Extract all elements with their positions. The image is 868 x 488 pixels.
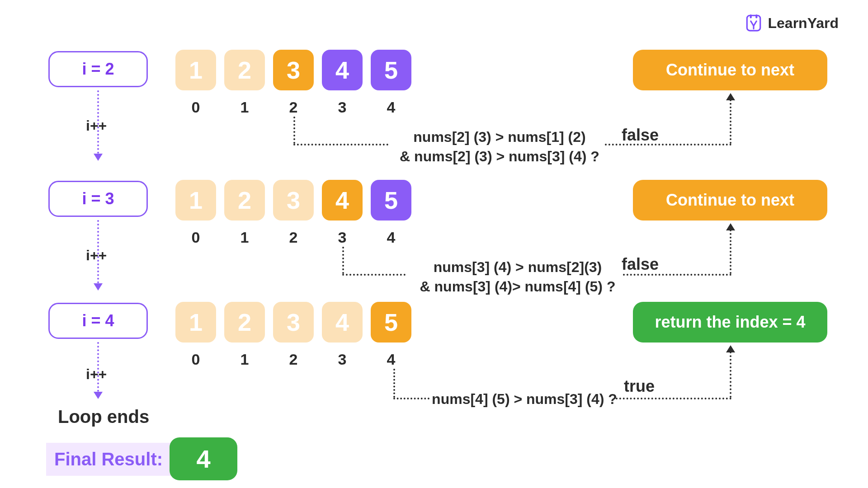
action-box-row1: Continue to next — [633, 50, 827, 90]
array-index: 1 — [224, 99, 265, 116]
i-label-text: i = 2 — [82, 60, 114, 79]
index-row3: 01234 — [175, 351, 411, 368]
condition-line1: nums[2] (3) > nums[1] (2) — [413, 129, 585, 145]
brand-name: LearnYard — [768, 15, 839, 32]
i-label-text: i = 4 — [82, 311, 114, 330]
path-h2-row3 — [616, 398, 731, 399]
final-result-value: 4 — [170, 437, 237, 480]
path-v2-row2 — [730, 230, 731, 274]
action-text: return the index = 4 — [655, 313, 805, 332]
path-v1-row2 — [342, 247, 344, 274]
array-index: 0 — [175, 229, 216, 246]
path-v2-row1 — [730, 99, 731, 144]
array-index: 3 — [322, 99, 363, 116]
array-index: 2 — [273, 229, 314, 246]
loop-ends-label: Loop ends — [58, 407, 149, 427]
verdict-row1: false — [622, 126, 659, 145]
array-row3: 12345 — [175, 302, 411, 343]
array-cell: 4 — [322, 180, 363, 221]
path-v2-row3 — [730, 352, 731, 398]
array-index: 2 — [273, 351, 314, 368]
ipp-label-row1: i++ — [86, 117, 107, 134]
learnyard-icon — [744, 14, 763, 33]
array-index: 0 — [175, 99, 216, 116]
array-cell: 2 — [224, 302, 265, 343]
array-index: 1 — [224, 351, 265, 368]
array-index: 0 — [175, 351, 216, 368]
path-h2-row2 — [623, 274, 731, 276]
condition-row3: nums[4] (5) > nums[3] (4) ? — [429, 389, 619, 409]
i-label-box-row3: i = 4 — [48, 303, 148, 339]
array-cell: 1 — [175, 180, 216, 221]
path-h1-row2 — [342, 274, 406, 276]
array-cell: 3 — [273, 50, 314, 90]
action-text: Continue to next — [666, 191, 794, 210]
action-box-row2: Continue to next — [633, 180, 827, 221]
condition-row1: nums[2] (3) > nums[1] (2) & nums[2] (3) … — [389, 127, 610, 166]
action-box-row3: return the index = 4 — [633, 302, 827, 343]
array-cell: 4 — [322, 50, 363, 90]
final-result-label: Final Result: — [46, 443, 171, 476]
verdict-row3: true — [624, 377, 655, 396]
condition-line2: & nums[2] (3) > nums[3] (4) ? — [400, 148, 599, 164]
path-arrowhead-row1 — [726, 93, 735, 100]
i-label-box-row1: i = 2 — [48, 51, 148, 87]
condition-line1: nums[4] (5) > nums[3] (4) ? — [432, 391, 617, 407]
array-index: 4 — [371, 99, 411, 116]
index-row1: 01234 — [175, 99, 411, 116]
brand-logo: LearnYard — [744, 14, 839, 33]
path-arrowhead-row2 — [726, 223, 735, 230]
condition-line2: & nums[3] (4)> nums[4] (5) ? — [420, 278, 616, 295]
path-h2-row1 — [605, 144, 731, 145]
path-v1-row3 — [393, 369, 395, 398]
array-row1: 12345 — [175, 50, 411, 90]
index-row2: 01234 — [175, 229, 411, 246]
i-label-box-row2: i = 3 — [48, 181, 148, 217]
array-cell: 3 — [273, 180, 314, 221]
path-h1-row1 — [293, 144, 388, 145]
array-index: 3 — [322, 229, 363, 246]
array-cell: 5 — [371, 180, 411, 221]
array-cell: 4 — [322, 302, 363, 343]
array-cell: 1 — [175, 50, 216, 90]
array-row2: 12345 — [175, 180, 411, 221]
verdict-row2: false — [622, 255, 659, 274]
array-cell: 2 — [224, 50, 265, 90]
array-cell: 5 — [371, 50, 411, 90]
condition-row2: nums[3] (4) > nums[2](3) & nums[3] (4)> … — [407, 258, 628, 296]
condition-line1: nums[3] (4) > nums[2](3) — [434, 259, 602, 275]
array-index: 1 — [224, 229, 265, 246]
ipp-label-row2: i++ — [86, 247, 107, 264]
array-cell: 2 — [224, 180, 265, 221]
array-index: 3 — [322, 351, 363, 368]
array-cell: 1 — [175, 302, 216, 343]
array-index: 2 — [273, 99, 314, 116]
array-cell: 5 — [371, 302, 411, 343]
path-v1-row1 — [293, 117, 295, 144]
array-cell: 3 — [273, 302, 314, 343]
ipp-label-row3: i++ — [86, 366, 107, 383]
path-arrowhead-row3 — [726, 345, 735, 352]
path-h1-row3 — [393, 398, 429, 399]
final-value-text: 4 — [196, 444, 210, 474]
i-label-text: i = 3 — [82, 189, 114, 208]
svg-rect-1 — [750, 14, 752, 18]
array-index: 4 — [371, 351, 411, 368]
array-index: 4 — [371, 229, 411, 246]
svg-rect-2 — [756, 14, 758, 18]
action-text: Continue to next — [666, 61, 794, 80]
